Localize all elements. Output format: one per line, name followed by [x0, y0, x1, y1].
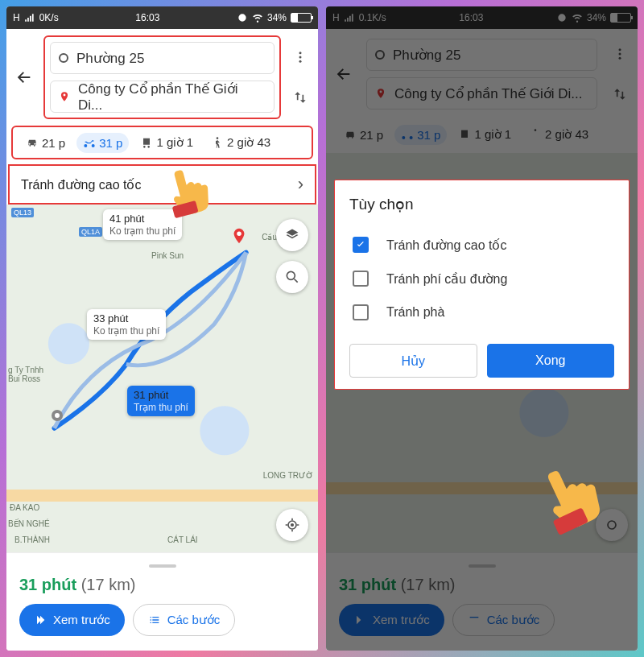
summary-time: 31 phút	[19, 576, 76, 593]
clock: 16:03	[135, 12, 159, 23]
route-header: Phường 25 Công ty Cổ phần Thế Giới Di...	[6, 29, 318, 122]
map-label: Pink Sun	[151, 251, 184, 260]
svg-point-10	[619, 53, 621, 56]
route-chip-alt2[interactable]: 33 phút Ko trạm thu phí	[87, 309, 166, 340]
route-fields-highlight: Phường 25 Công ty Cổ phần Thế Giới Di...	[43, 35, 281, 119]
back-button[interactable]	[11, 64, 37, 90]
bottom-sheet[interactable]: 31 phút (17 km) Xem trước Các bước	[326, 552, 638, 651]
battery-pct: 34%	[587, 12, 606, 23]
route-line-icon	[6, 205, 318, 492]
chevron-right-icon: ›	[298, 174, 303, 195]
signal-icon	[344, 12, 355, 23]
road-badge: QL1A	[79, 227, 102, 237]
locate-button[interactable]	[276, 509, 308, 541]
steps-button[interactable]: Các bước	[133, 604, 236, 636]
route-chip-alt1[interactable]: 41 phút Ko trạm thu phí	[103, 209, 182, 240]
pin-icon	[59, 91, 70, 102]
mode-car[interactable]: 21 p	[19, 133, 72, 153]
swap-button[interactable]	[287, 85, 313, 110]
steps-button[interactable]: Các bước	[452, 604, 555, 636]
status-bar: H 0.1K/s 16:03 34%	[326, 6, 638, 29]
map-area[interactable]: QL13 QL1A Pink Sun Cầu Suố g Ty Tnhh Bui…	[6, 205, 318, 552]
bottom-sheet[interactable]: 31 phút (17 km) Xem trước Các bước	[6, 552, 318, 651]
summary-dist: (17 km)	[81, 576, 136, 593]
alarm-icon	[556, 12, 568, 23]
back-button[interactable]	[331, 61, 357, 87]
checkbox-icon[interactable]	[353, 304, 369, 320]
signal-icon	[24, 12, 35, 23]
checkbox-icon[interactable]	[353, 271, 369, 287]
layers-icon	[284, 227, 300, 243]
motorbike-icon	[401, 128, 414, 141]
svg-point-13	[535, 129, 537, 131]
clock: 16:03	[459, 12, 483, 23]
option-avoid-tolls[interactable]: Tránh phí cầu đường	[349, 262, 614, 295]
search-map-button[interactable]	[276, 261, 308, 293]
preview-button[interactable]: Xem trước	[19, 604, 125, 636]
options-dialog: Tùy chọn Tránh đường cao tốc Tránh phí c…	[334, 180, 630, 390]
origin-field[interactable]: Phường 25	[50, 42, 275, 74]
svg-point-5	[237, 232, 242, 237]
chevrons-icon	[34, 614, 47, 626]
net-type: H	[332, 12, 340, 23]
origin-text: Phường 25	[76, 50, 144, 67]
origin-dot-icon	[375, 50, 385, 60]
drag-handle-icon[interactable]	[469, 564, 496, 568]
more-button[interactable]	[607, 41, 633, 67]
more-button[interactable]	[287, 44, 313, 70]
checkbox-checked-icon[interactable]	[353, 237, 369, 253]
route-header: Phường 25 Công ty Cổ phần Thế Giới Di...	[326, 29, 638, 116]
svg-point-6	[287, 271, 295, 279]
svg-point-8	[291, 524, 294, 527]
chevrons-icon	[353, 614, 366, 626]
wifi-icon	[252, 12, 263, 23]
car-icon	[344, 128, 357, 141]
summary-line: 31 phút (17 km)	[339, 576, 625, 594]
svg-point-2	[299, 60, 302, 63]
walk-icon	[211, 136, 224, 149]
layers-button[interactable]	[276, 219, 308, 251]
mode-car[interactable]: 21 p	[337, 125, 390, 145]
mode-walk[interactable]: 2 giờ 43	[204, 132, 277, 153]
avoid-highways-label: Tránh đường cao tốc	[21, 177, 141, 192]
map-label: g Ty Tnhh Bui Ross	[8, 366, 43, 383]
battery-icon	[291, 13, 312, 23]
mode-moto[interactable]: 31 p	[76, 133, 129, 153]
battery-icon	[610, 13, 631, 23]
locate-icon	[284, 517, 300, 533]
destination-field[interactable]: Công ty Cổ phần Thế Giới Di...	[50, 81, 275, 113]
net-type: H	[13, 12, 20, 23]
origin-pin-icon	[52, 410, 63, 421]
svg-point-0	[299, 52, 302, 54]
origin-field[interactable]: Phường 25	[366, 39, 597, 71]
map-label: ĐA KAO	[10, 503, 39, 512]
swap-button[interactable]	[607, 81, 633, 107]
done-button[interactable]: Xong	[487, 344, 615, 378]
avoid-highways-row[interactable]: Tránh đường cao tốc ›	[8, 164, 316, 205]
wifi-icon	[572, 12, 583, 23]
preview-button[interactable]: Xem trước	[339, 604, 444, 636]
drag-handle-icon[interactable]	[149, 564, 176, 568]
option-avoid-ferries[interactable]: Tránh phà	[349, 295, 614, 329]
mode-moto[interactable]: 31 p	[394, 125, 447, 145]
destination-text: Công ty Cổ phần Thế Giới Di...	[78, 81, 266, 114]
option-avoid-highways[interactable]: Tránh đường cao tốc	[349, 228, 614, 262]
destination-field[interactable]: Công ty Cổ phần Thế Giới Di...	[366, 77, 597, 110]
map-label: CÁT LÁI	[167, 535, 198, 544]
locate-icon	[604, 517, 620, 533]
cancel-button[interactable]: Hủy	[349, 344, 477, 378]
car-icon	[26, 136, 39, 149]
mode-transit[interactable]: 1 giờ 1	[134, 132, 200, 153]
status-bar: H 0K/s 16:03 34%	[6, 6, 318, 29]
map-label: BẾN NGHÉ	[8, 519, 50, 528]
destination-pin-icon	[230, 227, 248, 245]
svg-point-3	[217, 137, 219, 139]
svg-point-11	[619, 57, 621, 60]
mode-walk[interactable]: 2 giờ 43	[522, 124, 595, 145]
search-icon	[284, 269, 300, 285]
summary-line: 31 phút (17 km)	[19, 576, 305, 594]
route-chip-selected[interactable]: 31 phút Trạm thu phí	[127, 386, 195, 416]
mode-transit[interactable]: 1 giờ 1	[452, 124, 518, 145]
transit-icon	[140, 136, 153, 149]
map-label: LONG TRƯỜ	[263, 471, 313, 480]
